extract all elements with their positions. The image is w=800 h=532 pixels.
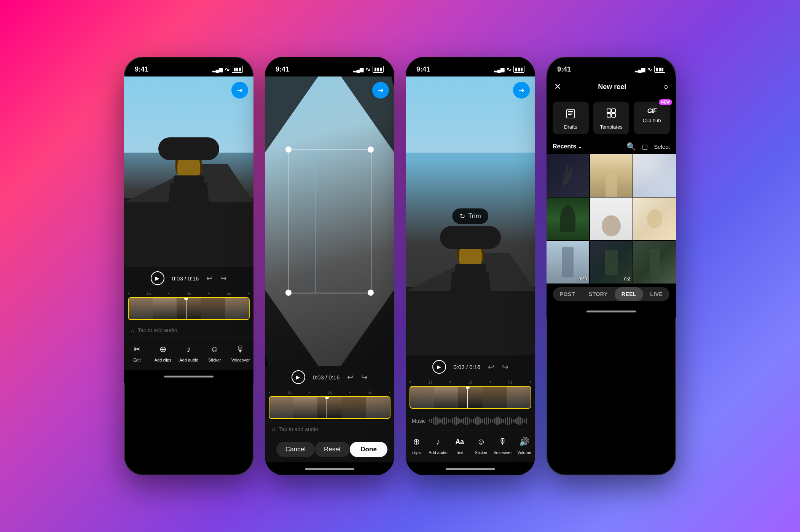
tool3-add-audio-label: Add audio (429, 450, 448, 455)
frame3-1 (410, 387, 434, 408)
sticker-icon-3: ☺ (474, 435, 488, 449)
quick-action-clip-hub[interactable]: NEW GIF Clip hub (634, 102, 670, 134)
done-button[interactable]: Done (350, 442, 387, 457)
crop-handle-br[interactable] (368, 290, 374, 296)
phone-3-screen: 9:41 ▂▄▆ ∿ ▮▮▮ (406, 57, 535, 475)
tool3-text[interactable]: Aa Text (449, 435, 470, 455)
wave-bar (459, 419, 461, 423)
redo-icon-1[interactable]: ↪ (220, 274, 227, 283)
audio-note-icon-2: ♫ (271, 426, 276, 433)
undo-icon-2[interactable]: ↩ (347, 373, 354, 382)
filmstrip-1 (129, 298, 249, 319)
undo-icon-3[interactable]: ↩ (488, 362, 494, 371)
post-type-story[interactable]: STORY (582, 287, 615, 301)
frame2-4 (342, 397, 366, 418)
next-button-1[interactable]: ➔ (231, 82, 248, 99)
wave-bar (456, 416, 457, 425)
toolbar-3: ⊕ clips ♪ Add audio Aa Text ☺ Sticker 🎙 (406, 430, 535, 462)
tool3-add-audio[interactable]: ♪ Add audio (427, 435, 449, 455)
add-audio-icon: ♪ (182, 342, 196, 356)
status-time-2: 9:41 (276, 65, 289, 73)
wave-bar (482, 419, 483, 423)
tool-add-clips-label: Add clips (155, 358, 172, 362)
phone-1-edit: 9:41 ▂▄▆ ∿ ▮▮▮ (124, 57, 253, 475)
tool-edit[interactable]: ✂ Edit (126, 342, 148, 362)
recents-label-area[interactable]: Recents ⌄ (553, 143, 582, 150)
text-icon-3: Aa (453, 435, 467, 449)
audio-bar-1[interactable]: ♫ Tap to add audio (124, 323, 253, 338)
tool-sticker[interactable]: ☺ Sticker (204, 342, 225, 362)
quick-action-drafts[interactable]: Drafts (553, 102, 589, 134)
wave-bar (473, 419, 474, 423)
gallery-cell-8[interactable]: 0:2 (590, 241, 633, 284)
tool3-voiceover[interactable]: 🎙 Voiceover (492, 435, 513, 455)
gallery-cell-5[interactable] (590, 198, 633, 240)
tool3-voiceover-label: Voiceover (494, 450, 512, 455)
wifi-icon: ∿ (225, 66, 229, 73)
time-display-1: 0:03 / 0:16 (172, 275, 199, 282)
tool-voiceover[interactable]: 🎙 Voiceover (230, 342, 251, 362)
frame-3 (177, 298, 201, 319)
frame3-4 (483, 387, 507, 408)
ruler3-1s: 1s (411, 380, 449, 384)
gallery-cell-6[interactable] (633, 198, 676, 240)
gallery-cell-7[interactable]: 0:39 (547, 241, 589, 284)
quick-action-templates[interactable]: Templates (593, 102, 629, 134)
close-icon-4[interactable]: ✕ (554, 82, 561, 92)
gallery-img-4 (547, 198, 589, 240)
tool3-clips[interactable]: ⊕ clips (406, 435, 427, 455)
tool-add-audio-label: Add audio (179, 358, 198, 362)
next-button-2[interactable]: ➔ (372, 82, 389, 99)
gallery-cell-9[interactable] (633, 241, 676, 284)
new-reel-header: ✕ New reel ○ (547, 76, 676, 97)
timeline-ruler-2: 1s 3s 5s (269, 389, 390, 396)
post-type-reel[interactable]: REEL (615, 287, 643, 301)
wave-bar (444, 417, 445, 425)
wave-bar (503, 419, 504, 423)
timeline-track-2[interactable] (269, 396, 390, 419)
trim-badge[interactable]: ↻ Trim (452, 208, 488, 224)
gallery-img-5 (590, 198, 633, 240)
timeline-track-3[interactable] (410, 386, 531, 409)
search-icon-4[interactable]: 🔍 (626, 142, 636, 151)
select-button[interactable]: Select (654, 143, 670, 150)
gallery-cell-4[interactable] (547, 198, 589, 240)
battery-icon-4: ▮▮▮ (654, 66, 665, 73)
audio-bar-2[interactable]: ♫ Tap to add audio (265, 422, 394, 436)
crop-grid-2[interactable] (288, 149, 371, 293)
settings-icon-4[interactable]: ○ (663, 82, 668, 92)
play-button-2[interactable]: ▶ (292, 370, 305, 384)
crop-overlay-2 (265, 76, 394, 366)
home-indicator-4 (547, 305, 676, 318)
audio-placeholder-2: Tap to add audio (279, 426, 318, 432)
post-type-live[interactable]: LIVE (643, 287, 669, 301)
crop-handle-tl[interactable] (285, 147, 292, 153)
play-button-1[interactable]: ▶ (151, 271, 164, 285)
tool-add-audio[interactable]: ♪ Add audio (178, 342, 199, 362)
redo-icon-3[interactable]: ↪ (502, 362, 508, 371)
crop-handle-bl[interactable] (285, 290, 292, 296)
gallery-cell-2[interactable] (590, 154, 633, 197)
tool-voiceover-label: Voiceover (231, 358, 250, 362)
wave-bar (494, 418, 495, 424)
tool3-sticker[interactable]: ☺ Sticker (470, 435, 492, 455)
next-button-3[interactable]: ➔ (513, 82, 530, 99)
cancel-button[interactable]: Cancel (276, 442, 315, 457)
redo-icon-2[interactable]: ↪ (361, 373, 368, 382)
phone-3-trim: 9:41 ▂▄▆ ∿ ▮▮▮ (406, 57, 535, 475)
crop-handle-tr[interactable] (368, 147, 374, 153)
tool-add-clips[interactable]: ⊕ Add clips (152, 342, 174, 362)
tool3-volume[interactable]: 🔊 Volume (514, 435, 535, 455)
music-label-3: Music (412, 418, 426, 424)
reset-button[interactable]: Reset (315, 442, 350, 457)
timeline-track-1[interactable] (128, 297, 250, 320)
undo-icon-1[interactable]: ↩ (206, 274, 213, 283)
gallery-cell-1[interactable] (547, 154, 589, 197)
grid-icon-4[interactable]: ◫ (642, 143, 648, 150)
video-bg-1 (124, 76, 253, 267)
wave-bar (484, 418, 485, 424)
playhead-2 (327, 397, 327, 418)
post-type-post[interactable]: POST (553, 287, 582, 301)
play-button-3[interactable]: ▶ (432, 360, 446, 374)
gallery-cell-3[interactable] (633, 154, 676, 197)
